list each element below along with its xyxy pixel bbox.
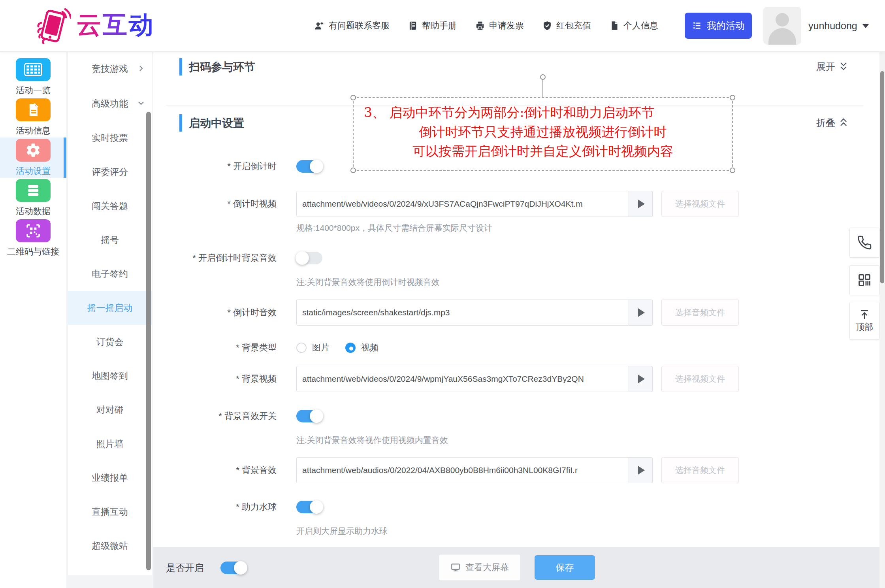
radio-checked-icon[interactable]	[345, 343, 356, 353]
list-icon	[692, 21, 702, 31]
choose-audio-file-button[interactable]: 选择音频文件	[661, 457, 739, 483]
section-title: 扫码参与环节	[189, 60, 255, 75]
sidebar-item-activity-data[interactable]: 活动数据	[0, 178, 66, 218]
sidebar-label: 活动信息	[16, 125, 51, 137]
collapse-button[interactable]: 折叠	[816, 117, 848, 129]
countdown-audio-input[interactable]	[296, 300, 629, 326]
submenu-item-lottery[interactable]: 摇号	[68, 223, 152, 257]
avatar[interactable]	[763, 7, 801, 45]
section-scan-participation: 扫码参与环节 展开	[153, 58, 879, 76]
submenu-group-competitive-games[interactable]: 竞技游戏	[68, 51, 152, 86]
qr-scan-icon	[16, 219, 51, 242]
back-to-top-button[interactable]: 顶部	[849, 302, 879, 340]
resize-handle-top-left[interactable]	[350, 95, 356, 100]
expand-button[interactable]: 展开	[816, 60, 848, 73]
apps-grid-button[interactable]	[849, 265, 879, 295]
view-big-screen-button[interactable]: 查看大屏幕	[439, 554, 520, 580]
submenu-item-match-pairs[interactable]: 对对碰	[68, 393, 152, 427]
sidebar-item-activity-settings[interactable]: 活动设置	[0, 138, 66, 178]
play-preview-button[interactable]	[629, 457, 653, 483]
nav-label: 帮助手册	[422, 20, 457, 32]
play-preview-button[interactable]	[629, 300, 653, 326]
submenu-item-map-checkin[interactable]: 地图签到	[68, 359, 152, 393]
sidebar-item-activity-info[interactable]: 活动信息	[0, 97, 66, 138]
nav-label: 申请发票	[489, 20, 524, 32]
submenu-group-advanced-features[interactable]: 高级功能	[68, 86, 152, 121]
section-accent-bar	[179, 58, 182, 75]
play-preview-button[interactable]	[629, 366, 653, 392]
submenu-item-shake-to-start[interactable]: 摇一摇启动	[68, 291, 152, 325]
countdown-bgm-note: 注:关闭背景音效将使用倒计时视频音效	[296, 277, 440, 288]
submenu-item-label: 直播互动	[92, 506, 128, 518]
assist-ball-toggle[interactable]	[296, 501, 322, 513]
play-icon	[638, 375, 645, 383]
submenu-item-label: 超级微站	[92, 540, 128, 552]
save-button[interactable]: 保存	[535, 555, 595, 580]
countdown-bgm-toggle[interactable]	[296, 252, 322, 264]
grid-icon	[16, 58, 51, 81]
choose-video-file-button[interactable]: 选择视频文件	[661, 366, 739, 392]
person-add-icon	[314, 21, 325, 31]
choose-video-file-button[interactable]: 选择视频文件	[661, 191, 739, 217]
annotation-line: 可以按需开启倒计时并自定义倒计时视频内容	[354, 141, 732, 161]
row-background-type: * 背景类型 图片 视频	[166, 342, 378, 354]
submenu-item-judge-scoring[interactable]: 评委评分	[68, 155, 152, 189]
page-scrollbar-thumb[interactable]	[880, 71, 884, 283]
enable-toggle[interactable]	[220, 562, 247, 574]
annotation-selection-box[interactable]: 3、 启动中环节分为两部分:倒计时和助力启动环节 倒计时环节只支持通过播放视频进…	[353, 97, 733, 171]
resize-handle-bottom-left[interactable]	[350, 168, 356, 173]
book-icon	[408, 21, 418, 31]
background-video-input[interactable]	[296, 366, 629, 392]
contact-phone-button[interactable]	[849, 228, 879, 258]
submenu-item-super-microsite[interactable]: 超级微站	[68, 529, 152, 563]
nav-contact-support[interactable]: 有问题联系客服	[314, 20, 390, 32]
field-label: * 开启倒计时背景音效	[166, 252, 277, 264]
nav-profile[interactable]: 个人信息	[609, 20, 658, 32]
radio-option-image[interactable]: 图片	[296, 342, 330, 354]
submenu-item-realtime-voting[interactable]: 实时投票	[68, 121, 152, 155]
caret-down-icon	[862, 24, 869, 28]
rotation-handle[interactable]	[540, 74, 546, 80]
submenu-item-order-fair[interactable]: 订货会	[68, 325, 152, 359]
row-background-video: * 背景视频 选择视频文件	[166, 366, 739, 392]
sidebar-item-qrcode-links[interactable]: 二维码与链接	[0, 218, 66, 258]
countdown-video-input[interactable]	[296, 191, 629, 217]
bgm-audio-input[interactable]	[296, 457, 629, 483]
play-preview-button[interactable]	[629, 191, 653, 217]
nav-help-manual[interactable]: 帮助手册	[408, 20, 457, 32]
radio-label: 视频	[361, 342, 378, 354]
nav-recharge[interactable]: 红包充值	[542, 20, 591, 32]
avatar-body	[768, 28, 796, 45]
countdown-enable-toggle[interactable]	[296, 160, 322, 173]
sidebar-item-activity-overview[interactable]: 活动一览	[0, 57, 66, 97]
choose-audio-file-button[interactable]: 选择音频文件	[661, 300, 739, 326]
submenu-item-photo-wall[interactable]: 照片墙	[68, 427, 152, 461]
radio-option-video[interactable]: 视频	[345, 342, 378, 354]
resize-handle-bottom-right[interactable]	[730, 168, 735, 173]
file-icon	[609, 21, 620, 31]
assist-ball-note: 开启则大屏显示助力水球	[296, 526, 388, 537]
submenu-item-label: 业绩报单	[92, 472, 128, 484]
submenu-item-quiz-challenge[interactable]: 闯关答题	[68, 189, 152, 223]
nav-label: 红包充值	[556, 20, 591, 32]
apps-grid-icon	[857, 273, 872, 288]
submenu-item-live-interaction[interactable]: 直播互动	[68, 495, 152, 529]
monitor-icon	[450, 562, 461, 573]
collapse-label: 折叠	[816, 117, 835, 129]
submenu-item-label: 照片墙	[96, 438, 124, 450]
submenu-item-label: 摇一摇启动	[87, 302, 133, 314]
field-label: * 开启倒计时	[166, 160, 277, 172]
resize-handle-top-right[interactable]	[730, 95, 735, 100]
my-activities-button[interactable]: 我的活动	[685, 13, 752, 39]
user-menu[interactable]: yunhudong	[808, 20, 869, 32]
rotation-handle-stem	[542, 80, 543, 97]
nav-invoice[interactable]: 申请发票	[475, 20, 524, 32]
submenu-item-performance-report[interactable]: 业绩报单	[68, 461, 152, 495]
radio-unchecked-icon[interactable]	[296, 343, 307, 353]
page-scrollbar-track[interactable]	[879, 51, 885, 588]
play-icon	[638, 308, 645, 317]
submenu-item-esign[interactable]: 电子签约	[68, 257, 152, 291]
submenu-scrollbar[interactable]	[146, 112, 151, 570]
document-icon	[16, 98, 51, 121]
bgm-switch-toggle[interactable]	[296, 410, 322, 422]
